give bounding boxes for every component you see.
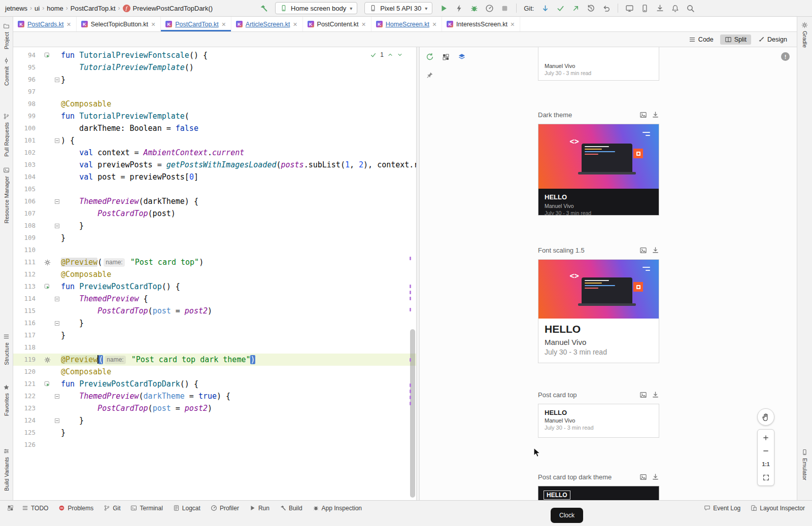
editor-tab[interactable]: KHomeScreen.kt×	[371, 17, 442, 31]
code-line[interactable]: 103 val previewPosts = getPostsWithImage…	[13, 159, 416, 171]
line-number[interactable]: 96	[13, 74, 42, 86]
statusbar-item-git[interactable]: Git	[104, 505, 120, 512]
line-number[interactable]: 113	[13, 280, 42, 293]
toolwindow-structure[interactable]: Structure	[0, 333, 13, 365]
line-number[interactable]: 123	[13, 402, 42, 414]
line-number[interactable]: 120	[13, 366, 42, 378]
device-manager-icon[interactable]	[640, 4, 649, 13]
preview-card[interactable]: HELLOManuel Vivo	[538, 486, 659, 500]
line-number[interactable]: 115	[13, 305, 42, 317]
close-icon[interactable]: ×	[67, 21, 71, 28]
line-number[interactable]: 95	[13, 61, 42, 74]
line-number[interactable]: 99	[13, 110, 42, 122]
toolwindow-commit[interactable]: Commit	[0, 57, 13, 86]
code-editor[interactable]: 94fun TutorialPreviewFontscale() {95 Tut…	[13, 47, 416, 500]
line-number[interactable]: 118	[13, 341, 42, 354]
code-line[interactable]: 110	[13, 244, 416, 256]
line-number[interactable]: 111	[13, 256, 42, 268]
code-line[interactable]: 121fun PreviewPostCardTopDark() {	[13, 378, 416, 390]
toolwindow-gradle[interactable]: Gradle	[797, 22, 812, 48]
device-select[interactable]: Pixel 5 API 30 ▾	[364, 2, 432, 14]
git-commit-icon[interactable]	[556, 4, 565, 13]
code-line[interactable]: 117}	[13, 329, 416, 341]
preview-card[interactable]: Manuel VivoJuly 30 - 3 min read	[538, 47, 659, 81]
close-icon[interactable]: ×	[293, 21, 297, 28]
preview-settings-gutter-icon[interactable]	[42, 354, 53, 366]
breadcrumb-item[interactable]: jetnews	[5, 5, 27, 12]
toolwindow-project[interactable]: Project	[0, 23, 13, 49]
statusbar-item-logcat[interactable]: Logcat	[173, 505, 200, 512]
deploy-preview-icon[interactable]	[652, 111, 659, 119]
close-icon[interactable]: ×	[362, 21, 366, 28]
line-number[interactable]: 104	[13, 171, 42, 183]
code-line[interactable]: 124 }	[13, 414, 416, 427]
sdk-manager-icon[interactable]	[656, 4, 664, 13]
toolwindow-emulator[interactable]: Emulator	[797, 449, 812, 480]
view-mode-code[interactable]: Code	[684, 34, 718, 45]
code-line[interactable]: 122 ThemedPreview(darkTheme = true) {	[13, 390, 416, 402]
build-hammer-icon[interactable]	[259, 4, 268, 13]
statusbar-item-todo[interactable]: TODO	[22, 505, 48, 512]
run-config-select[interactable]: Home screen body ▾	[275, 2, 357, 14]
code-line[interactable]: 112@Composable	[13, 268, 416, 280]
statusbar-item-event-log[interactable]: Event Log	[704, 505, 740, 512]
pan-tool-button[interactable]	[757, 408, 774, 426]
code-line[interactable]: 100 darkTheme: Boolean = false	[13, 122, 416, 134]
code-line[interactable]: 104 val post = previewPosts[0]	[13, 171, 416, 183]
zoom-in-button[interactable]	[758, 431, 774, 444]
profile-button[interactable]	[485, 4, 494, 13]
stop-button[interactable]	[500, 4, 509, 13]
editor-tab[interactable]: KArticleScreen.kt×	[231, 17, 303, 31]
preview-settings-gutter-icon[interactable]	[42, 256, 53, 268]
preview-card[interactable]: HELLOManuel VivoJuly 30 - 3 min read	[538, 404, 659, 438]
interactive-preview-icon[interactable]	[639, 391, 647, 399]
line-number[interactable]: 121	[13, 378, 42, 390]
line-number[interactable]: 122	[13, 390, 42, 402]
git-update-icon[interactable]	[541, 4, 550, 13]
editor-tab[interactable]: KInterestsScreen.kt×	[442, 17, 520, 31]
line-number[interactable]: 98	[13, 98, 42, 110]
fold-marker[interactable]	[53, 390, 61, 402]
code-line[interactable]: 106 ThemedPreview(darkTheme) {	[13, 195, 416, 207]
code-line[interactable]: 123 PostCardTop(post = post2)	[13, 402, 416, 414]
line-number[interactable]: 101	[13, 134, 42, 147]
pin-preview-icon[interactable]	[426, 72, 433, 79]
run-preview-gutter-icon[interactable]	[42, 49, 53, 61]
close-icon[interactable]: ×	[511, 21, 515, 28]
toolwindow-switcher-icon[interactable]	[7, 505, 14, 511]
debug-button[interactable]	[470, 4, 479, 13]
line-number[interactable]: 119	[13, 354, 42, 366]
breadcrumb-item[interactable]: ui	[35, 5, 40, 12]
line-number[interactable]: 126	[13, 439, 42, 451]
build-refresh-icon[interactable]	[426, 53, 434, 61]
editor-preview-splitter[interactable]	[416, 47, 420, 500]
line-number[interactable]: 106	[13, 195, 42, 207]
breadcrumb-item[interactable]: PostCardTop.kt	[71, 5, 116, 12]
code-line[interactable]: 97	[13, 86, 416, 98]
code-line[interactable]: 98@Composable	[13, 98, 416, 110]
apply-changes-icon[interactable]	[455, 4, 463, 13]
code-line[interactable]: 102 val context = AmbientContext.current	[13, 147, 416, 159]
code-line[interactable]: 115 PostCardTop(post = post2)	[13, 305, 416, 317]
deploy-preview-icon[interactable]	[652, 247, 659, 254]
scrollbar-thumb[interactable]	[410, 329, 415, 498]
line-number[interactable]: 109	[13, 232, 42, 244]
statusbar-item-run[interactable]: Run	[249, 505, 269, 512]
code-line[interactable]: 126	[13, 439, 416, 451]
line-number[interactable]: 103	[13, 159, 42, 171]
line-number[interactable]: 110	[13, 244, 42, 256]
statusbar-item-problems[interactable]: Problems	[58, 505, 93, 512]
editor-tab[interactable]: KSelectTopicButton.kt×	[77, 17, 161, 31]
run-preview-gutter-icon[interactable]	[42, 280, 53, 293]
line-number[interactable]: 116	[13, 317, 42, 329]
statusbar-item-profiler[interactable]: Profiler	[211, 505, 239, 512]
code-line[interactable]: 114 ThemedPreview {	[13, 293, 416, 305]
code-line[interactable]: 101) {	[13, 134, 416, 147]
line-number[interactable]: 102	[13, 147, 42, 159]
layers-icon[interactable]	[458, 53, 466, 61]
code-line[interactable]: 108 }	[13, 220, 416, 232]
zoom-reset-button[interactable]: 1:1	[758, 458, 774, 471]
code-line[interactable]: 116 }	[13, 317, 416, 329]
editor-tab[interactable]: KPostCards.kt×	[13, 17, 77, 31]
interactive-preview-icon[interactable]	[639, 111, 647, 119]
